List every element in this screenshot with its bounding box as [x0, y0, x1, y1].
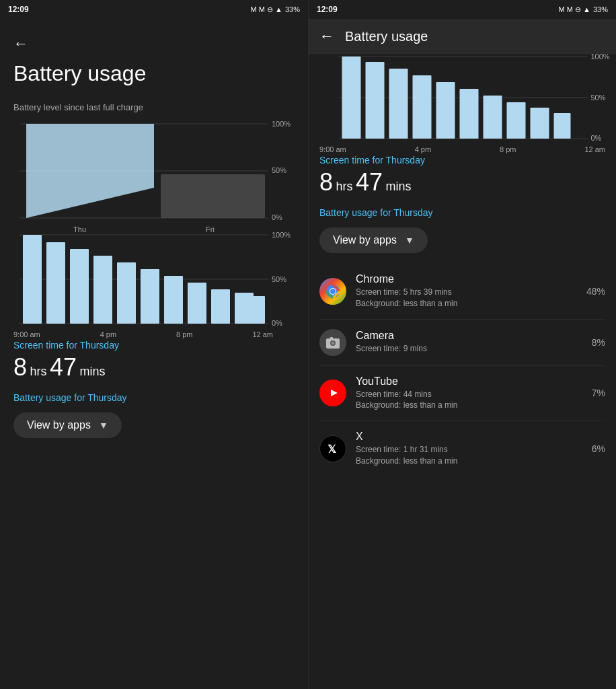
- youtube-icon-svg: [325, 385, 341, 401]
- chrome-app-percent: 48%: [586, 286, 605, 297]
- youtube-app-name: YouTube: [356, 375, 584, 388]
- right-panel: 12:09 M M ⊖ ▲ 33% ← Battery usage: [308, 0, 616, 689]
- screen-time-label-left: Screen time for Thursday: [13, 340, 295, 351]
- view-by-apps-btn-left[interactable]: View by apps ▼: [13, 412, 122, 438]
- camera-app-percent: 8%: [592, 337, 605, 348]
- camera-app-info: Camera Screen time: 9 mins: [356, 330, 584, 355]
- svg-rect-32: [436, 82, 455, 139]
- page-title-left: Battery usage: [13, 61, 295, 86]
- chart2-x-4pm: 4 pm: [100, 330, 116, 338]
- svg-text:50%: 50%: [272, 275, 286, 283]
- back-button-right[interactable]: ←: [319, 28, 334, 45]
- chart2-x-9am: 9:00 am: [13, 330, 40, 338]
- youtube-app-details: Screen time: 44 mins Background: less th…: [356, 389, 584, 412]
- svg-rect-37: [554, 113, 571, 139]
- youtube-app-percent: 7%: [592, 388, 605, 398]
- back-button-left[interactable]: ←: [13, 35, 295, 52]
- chrome-app-name: Chrome: [356, 273, 578, 285]
- youtube-app-info: YouTube Screen time: 44 mins Background:…: [356, 375, 584, 412]
- title-right: Battery usage: [345, 29, 428, 44]
- svg-rect-28: [342, 57, 361, 139]
- x-app-info: X Screen time: 1 hr 31 mins Background: …: [356, 431, 584, 467]
- battery-usage-label-left: Battery usage for Thursday: [13, 392, 295, 403]
- app-item-chrome[interactable]: Chrome Screen time: 5 hrs 39 mins Backgr…: [319, 264, 605, 320]
- svg-text:100%: 100%: [272, 120, 291, 128]
- svg-rect-47: [330, 337, 333, 339]
- view-by-apps-label-right: View by apps: [333, 234, 397, 246]
- chart2-container: 100% 50% 0% 9:00 am 4 pm 8 pm 12 am: [13, 232, 295, 326]
- svg-rect-13: [70, 249, 89, 324]
- view-by-apps-label-left: View by apps: [27, 419, 91, 431]
- svg-rect-17: [164, 276, 183, 324]
- svg-rect-11: [23, 235, 42, 324]
- top-bar-right: ← Battery usage: [309, 19, 616, 54]
- time-left: 12:09: [8, 5, 29, 14]
- screen-time-hrs-unit-right: hrs: [336, 180, 352, 193]
- right-main-content: 100% 50% 0% 9:00 am 4 pm 8 pm 12 am Scre…: [309, 54, 616, 487]
- svg-rect-36: [531, 108, 549, 139]
- screen-time-hrs-unit-left: hrs: [30, 365, 46, 378]
- chrome-app-details: Screen time: 5 hrs 39 mins Background: l…: [356, 287, 578, 310]
- svg-rect-12: [46, 242, 65, 324]
- chart1-container: 100% 50% 0% Thu Fri: [13, 120, 295, 221]
- svg-rect-18: [188, 283, 206, 324]
- svg-rect-15: [117, 262, 136, 324]
- chart2-svg: 100% 50% 0%: [13, 232, 295, 326]
- svg-rect-31: [413, 75, 432, 139]
- left-scroll-content: ← Battery usage Battery level since last…: [0, 19, 308, 689]
- screen-time-value-left: 8 hrs 47 mins: [13, 353, 295, 382]
- chart-r-x-12am: 12 am: [584, 145, 605, 153]
- camera-app-name: Camera: [356, 330, 584, 342]
- battery-left: 33%: [285, 5, 300, 13]
- view-by-apps-btn-right[interactable]: View by apps ▼: [319, 227, 428, 253]
- signal-icons-right: M M ⊖ ▲: [559, 5, 590, 14]
- battery-usage-label-right: Battery usage for Thursday: [319, 207, 605, 218]
- screen-time-hours-right: 8: [319, 168, 333, 196]
- svg-rect-29: [366, 62, 385, 139]
- left-main-content: ← Battery usage Battery level since last…: [0, 19, 308, 449]
- svg-rect-21: [248, 296, 265, 324]
- chart1-svg: 100% 50% 0%: [13, 120, 295, 221]
- dropdown-arrow-left: ▼: [99, 420, 108, 431]
- svg-text:𝕏: 𝕏: [328, 443, 336, 455]
- youtube-app-icon: [319, 379, 346, 406]
- chart-right-svg: 100% 50% 0%: [319, 54, 616, 141]
- screen-time-section-right: Screen time for Thursday 8 hrs 47 mins B…: [309, 155, 616, 264]
- svg-text:0%: 0%: [272, 319, 282, 326]
- chart2-x-8pm: 8 pm: [176, 330, 192, 338]
- svg-rect-4: [161, 174, 265, 218]
- app-item-camera[interactable]: Camera Screen time: 9 mins 8%: [319, 320, 605, 366]
- app-item-youtube[interactable]: YouTube Screen time: 44 mins Background:…: [319, 366, 605, 422]
- svg-text:100%: 100%: [591, 54, 610, 61]
- battery-right: 33%: [593, 5, 608, 13]
- chrome-app-icon: [319, 278, 346, 305]
- screen-time-label-right: Screen time for Thursday: [319, 155, 605, 166]
- svg-rect-14: [93, 256, 112, 324]
- app-item-x[interactable]: 𝕏 X Screen time: 1 hr 31 mins Background…: [319, 421, 605, 476]
- status-icons-left: M M ⊖ ▲ 33%: [251, 5, 300, 14]
- svg-text:50%: 50%: [591, 94, 606, 102]
- left-panel: 12:09 M M ⊖ ▲ 33% ← Battery usage Batter…: [0, 0, 308, 689]
- svg-text:50%: 50%: [272, 166, 286, 174]
- time-right: 12:09: [317, 5, 338, 14]
- screen-time-value-right: 8 hrs 47 mins: [319, 168, 605, 196]
- x-app-percent: 6%: [592, 443, 605, 454]
- camera-app-icon: [319, 329, 346, 356]
- signal-icons-left: M M ⊖ ▲: [251, 5, 282, 14]
- right-scroll-content: 100% 50% 0% 9:00 am 4 pm 8 pm 12 am Scre…: [309, 54, 616, 689]
- svg-rect-33: [460, 89, 479, 139]
- svg-point-43: [330, 289, 336, 294]
- status-icons-right: M M ⊖ ▲ 33%: [559, 5, 608, 14]
- app-list: Chrome Screen time: 5 hrs 39 mins Backgr…: [309, 264, 616, 476]
- x-app-icon: 𝕏: [319, 435, 346, 462]
- x-app-details: Screen time: 1 hr 31 mins Background: le…: [356, 444, 584, 467]
- status-bar-left: 12:09 M M ⊖ ▲ 33%: [0, 0, 308, 19]
- back-arrow-left[interactable]: ←: [13, 35, 28, 52]
- section-label-left: Battery level since last full charge: [13, 102, 295, 112]
- status-bar-right: 12:09 M M ⊖ ▲ 33%: [309, 0, 616, 19]
- screen-time-mins-right: 47: [356, 168, 383, 196]
- svg-rect-35: [507, 102, 526, 139]
- x-app-name: X: [356, 431, 584, 443]
- svg-text:0%: 0%: [272, 213, 282, 221]
- chart-r-x-9am: 9:00 am: [319, 145, 346, 153]
